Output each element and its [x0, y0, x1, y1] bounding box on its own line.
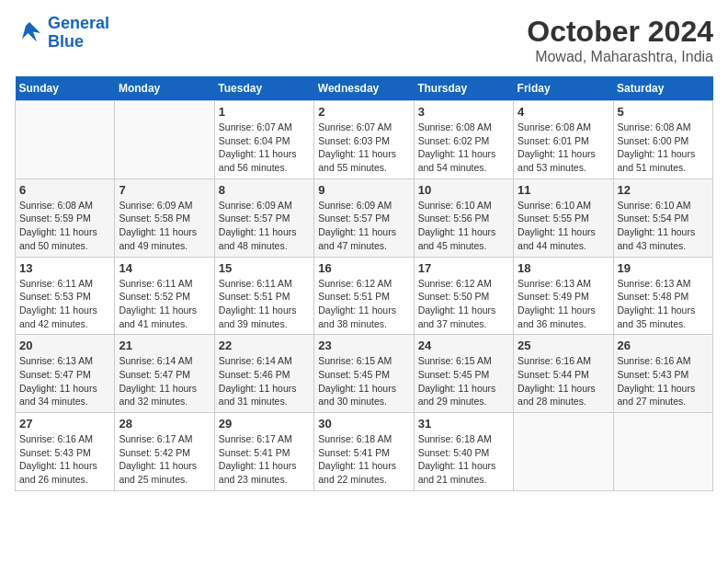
- day-cell: 1Sunrise: 6:07 AMSunset: 6:04 PMDaylight…: [214, 101, 313, 179]
- day-info: Sunrise: 6:09 AMSunset: 5:57 PMDaylight:…: [318, 199, 409, 253]
- day-cell: 16Sunrise: 6:12 AMSunset: 5:51 PMDayligh…: [314, 257, 414, 335]
- day-info: Sunrise: 6:15 AMSunset: 5:45 PMDaylight:…: [318, 354, 409, 408]
- day-cell: 8Sunrise: 6:09 AMSunset: 5:57 PMDaylight…: [214, 178, 313, 257]
- day-cell: 3Sunrise: 6:08 AMSunset: 6:02 PMDaylight…: [414, 101, 513, 179]
- logo: General Blue: [15, 15, 109, 52]
- day-number: 18: [518, 261, 609, 275]
- header-sunday: Sunday: [16, 76, 115, 101]
- day-info: Sunrise: 6:08 AMSunset: 5:59 PMDaylight:…: [19, 199, 110, 253]
- day-info: Sunrise: 6:14 AMSunset: 5:46 PMDaylight:…: [219, 354, 310, 408]
- day-number: 1: [219, 105, 310, 119]
- title-block: October 2024 Mowad, Maharashtra, India: [527, 15, 713, 65]
- week-row-4: 20Sunrise: 6:13 AMSunset: 5:47 PMDayligh…: [16, 335, 713, 413]
- day-info: Sunrise: 6:13 AMSunset: 5:49 PMDaylight:…: [518, 277, 609, 331]
- header-wednesday: Wednesday: [314, 76, 414, 101]
- day-number: 20: [19, 339, 110, 352]
- day-info: Sunrise: 6:12 AMSunset: 5:50 PMDaylight:…: [418, 277, 509, 331]
- day-number: 24: [418, 339, 509, 352]
- day-info: Sunrise: 6:09 AMSunset: 5:58 PMDaylight:…: [119, 199, 210, 253]
- day-cell: 4Sunrise: 6:08 AMSunset: 6:01 PMDaylight…: [514, 101, 613, 179]
- day-number: 6: [19, 183, 110, 197]
- day-info: Sunrise: 6:07 AMSunset: 6:03 PMDaylight:…: [318, 121, 409, 175]
- day-cell: [613, 413, 712, 491]
- day-number: 16: [318, 261, 409, 275]
- day-info: Sunrise: 6:17 AMSunset: 5:41 PMDaylight:…: [219, 432, 310, 487]
- day-cell: 2Sunrise: 6:07 AMSunset: 6:03 PMDaylight…: [314, 101, 414, 179]
- day-cell: 11Sunrise: 6:10 AMSunset: 5:55 PMDayligh…: [514, 178, 613, 257]
- day-cell: 10Sunrise: 6:10 AMSunset: 5:56 PMDayligh…: [414, 178, 513, 257]
- day-cell: [514, 413, 613, 491]
- day-cell: 18Sunrise: 6:13 AMSunset: 5:49 PMDayligh…: [514, 257, 613, 335]
- day-info: Sunrise: 6:07 AMSunset: 6:04 PMDaylight:…: [219, 121, 310, 175]
- day-cell: 22Sunrise: 6:14 AMSunset: 5:46 PMDayligh…: [214, 335, 313, 413]
- week-row-3: 13Sunrise: 6:11 AMSunset: 5:53 PMDayligh…: [16, 257, 713, 335]
- day-info: Sunrise: 6:11 AMSunset: 5:52 PMDaylight:…: [119, 277, 210, 331]
- day-info: Sunrise: 6:08 AMSunset: 6:01 PMDaylight:…: [518, 121, 609, 175]
- day-number: 9: [318, 183, 409, 197]
- day-info: Sunrise: 6:10 AMSunset: 5:54 PMDaylight:…: [618, 199, 709, 253]
- day-cell: 14Sunrise: 6:11 AMSunset: 5:52 PMDayligh…: [115, 257, 214, 335]
- day-cell: 12Sunrise: 6:10 AMSunset: 5:54 PMDayligh…: [613, 178, 712, 257]
- day-number: 7: [119, 183, 210, 197]
- day-number: 10: [418, 183, 509, 197]
- week-row-2: 6Sunrise: 6:08 AMSunset: 5:59 PMDaylight…: [16, 178, 713, 257]
- day-number: 4: [518, 105, 609, 119]
- day-info: Sunrise: 6:09 AMSunset: 5:57 PMDaylight:…: [219, 199, 310, 253]
- svg-marker-0: [22, 22, 40, 42]
- day-cell: 21Sunrise: 6:14 AMSunset: 5:47 PMDayligh…: [115, 335, 214, 413]
- day-cell: 17Sunrise: 6:12 AMSunset: 5:50 PMDayligh…: [414, 257, 513, 335]
- week-row-5: 27Sunrise: 6:16 AMSunset: 5:43 PMDayligh…: [16, 413, 713, 491]
- day-info: Sunrise: 6:17 AMSunset: 5:42 PMDaylight:…: [119, 432, 210, 487]
- day-number: 2: [318, 105, 409, 119]
- day-number: 27: [19, 417, 110, 431]
- day-cell: 28Sunrise: 6:17 AMSunset: 5:42 PMDayligh…: [115, 413, 214, 491]
- day-number: 8: [219, 183, 310, 197]
- day-cell: 9Sunrise: 6:09 AMSunset: 5:57 PMDaylight…: [314, 178, 414, 257]
- location-title: Mowad, Maharashtra, India: [527, 49, 713, 65]
- day-cell: 26Sunrise: 6:16 AMSunset: 5:43 PMDayligh…: [613, 335, 712, 413]
- header-tuesday: Tuesday: [214, 76, 313, 101]
- logo-icon: [15, 18, 44, 48]
- header-thursday: Thursday: [414, 76, 513, 101]
- day-number: 19: [618, 261, 709, 275]
- month-title: October 2024: [527, 15, 713, 49]
- logo-line2: Blue: [48, 32, 84, 51]
- day-number: 25: [518, 339, 609, 352]
- day-cell: 25Sunrise: 6:16 AMSunset: 5:44 PMDayligh…: [514, 335, 613, 413]
- day-number: 29: [219, 417, 310, 431]
- header-monday: Monday: [115, 76, 214, 101]
- day-number: 11: [518, 183, 609, 197]
- day-cell: [16, 101, 115, 179]
- page-header: General Blue October 2024 Mowad, Maharas…: [15, 15, 713, 65]
- day-number: 13: [19, 261, 110, 275]
- header-saturday: Saturday: [613, 76, 712, 101]
- day-info: Sunrise: 6:18 AMSunset: 5:41 PMDaylight:…: [318, 432, 409, 487]
- day-cell: 30Sunrise: 6:18 AMSunset: 5:41 PMDayligh…: [314, 413, 414, 491]
- day-number: 30: [318, 417, 409, 431]
- day-cell: 5Sunrise: 6:08 AMSunset: 6:00 PMDaylight…: [613, 101, 712, 179]
- day-cell: 15Sunrise: 6:11 AMSunset: 5:51 PMDayligh…: [214, 257, 313, 335]
- day-number: 17: [418, 261, 509, 275]
- calendar-table: SundayMondayTuesdayWednesdayThursdayFrid…: [15, 76, 713, 491]
- day-number: 15: [219, 261, 310, 275]
- day-info: Sunrise: 6:15 AMSunset: 5:45 PMDaylight:…: [418, 354, 509, 408]
- day-cell: [115, 101, 214, 179]
- day-number: 31: [418, 417, 509, 431]
- day-cell: 24Sunrise: 6:15 AMSunset: 5:45 PMDayligh…: [414, 335, 513, 413]
- day-info: Sunrise: 6:10 AMSunset: 5:56 PMDaylight:…: [418, 199, 509, 253]
- day-info: Sunrise: 6:16 AMSunset: 5:44 PMDaylight:…: [518, 354, 609, 408]
- day-number: 3: [418, 105, 509, 119]
- day-cell: 13Sunrise: 6:11 AMSunset: 5:53 PMDayligh…: [16, 257, 115, 335]
- day-cell: 6Sunrise: 6:08 AMSunset: 5:59 PMDaylight…: [16, 178, 115, 257]
- day-info: Sunrise: 6:12 AMSunset: 5:51 PMDaylight:…: [318, 277, 409, 331]
- day-info: Sunrise: 6:18 AMSunset: 5:40 PMDaylight:…: [418, 432, 509, 487]
- day-number: 28: [119, 417, 210, 431]
- day-number: 23: [318, 339, 409, 352]
- day-number: 26: [618, 339, 709, 352]
- day-number: 21: [119, 339, 210, 352]
- day-cell: 29Sunrise: 6:17 AMSunset: 5:41 PMDayligh…: [214, 413, 313, 491]
- calendar-header-row: SundayMondayTuesdayWednesdayThursdayFrid…: [16, 76, 713, 101]
- day-cell: 27Sunrise: 6:16 AMSunset: 5:43 PMDayligh…: [16, 413, 115, 491]
- day-info: Sunrise: 6:08 AMSunset: 6:02 PMDaylight:…: [418, 121, 509, 175]
- logo-text: General Blue: [48, 15, 109, 52]
